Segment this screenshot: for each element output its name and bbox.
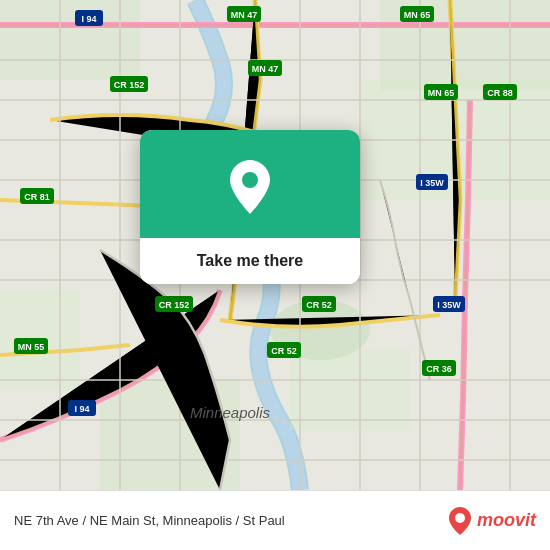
svg-text:I 94: I 94 <box>81 14 96 24</box>
location-popup: Take me there <box>140 130 360 284</box>
svg-point-58 <box>455 513 465 523</box>
svg-text:CR 36: CR 36 <box>426 364 452 374</box>
svg-text:MN 47: MN 47 <box>252 64 279 74</box>
svg-text:CR 88: CR 88 <box>487 88 513 98</box>
svg-text:I 35W: I 35W <box>420 178 444 188</box>
bottom-bar: NE 7th Ave / NE Main St, Minneapolis / S… <box>0 490 550 550</box>
popup-header <box>140 130 360 238</box>
svg-text:CR 81: CR 81 <box>24 192 50 202</box>
svg-point-57 <box>242 172 258 188</box>
svg-rect-5 <box>290 350 410 430</box>
svg-text:MN 47: MN 47 <box>231 10 258 20</box>
take-me-there-button[interactable]: Take me there <box>140 238 360 284</box>
svg-text:CR 52: CR 52 <box>306 300 332 310</box>
svg-text:MN 65: MN 65 <box>428 88 455 98</box>
svg-text:MN 55: MN 55 <box>18 342 45 352</box>
location-label: NE 7th Ave / NE Main St, Minneapolis / S… <box>14 513 439 528</box>
svg-text:CR 52: CR 52 <box>271 346 297 356</box>
moovit-text: moovit <box>477 510 536 531</box>
moovit-icon <box>447 506 473 536</box>
svg-text:Minneapolis: Minneapolis <box>190 404 271 421</box>
moovit-logo: moovit <box>447 506 536 536</box>
svg-text:MN 65: MN 65 <box>404 10 431 20</box>
location-pin-icon <box>225 158 275 216</box>
svg-rect-1 <box>0 0 140 80</box>
svg-text:CR 152: CR 152 <box>159 300 190 310</box>
map-view[interactable]: I 94 MN 47 MN 47 MN 65 MN 65 CR 88 CR 15… <box>0 0 550 490</box>
svg-text:I 94: I 94 <box>74 404 89 414</box>
svg-text:CR 152: CR 152 <box>114 80 145 90</box>
svg-text:I 35W: I 35W <box>437 300 461 310</box>
